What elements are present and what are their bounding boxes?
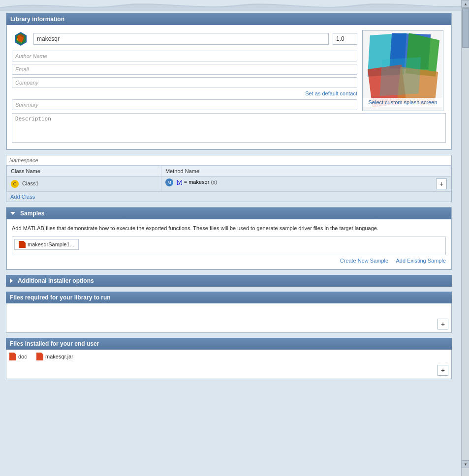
library-version-input[interactable] bbox=[333, 33, 357, 45]
library-info-section: Library information bbox=[6, 13, 452, 150]
col-method-header: Method Name bbox=[161, 166, 451, 177]
file-item-icon-jar bbox=[36, 353, 43, 360]
files-installed-body: doc makesqr.jar + bbox=[6, 350, 452, 379]
library-icon bbox=[12, 30, 30, 48]
class-icon: C bbox=[11, 180, 19, 188]
additional-installer-header[interactable]: Additional installer options bbox=[6, 275, 452, 287]
description-textarea[interactable] bbox=[12, 113, 446, 143]
files-required-body: + bbox=[6, 303, 452, 333]
create-new-sample-link[interactable]: Create New Sample bbox=[340, 258, 388, 264]
samples-links: Create New Sample Add Existing Sample bbox=[12, 257, 446, 264]
additional-installer-title: Additional installer options bbox=[18, 277, 94, 284]
files-required-section: Files required for your library to run + bbox=[6, 292, 452, 333]
files-installed-header: Files installed for your end user bbox=[6, 338, 452, 350]
samples-files-box: makesqrSample1... bbox=[12, 237, 446, 255]
sample-file-icon bbox=[19, 241, 26, 248]
set-default-link[interactable]: Set as default contact bbox=[12, 90, 357, 96]
add-method-button[interactable]: + bbox=[436, 178, 447, 189]
files-installed-section: Files installed for your end user doc ma… bbox=[6, 338, 452, 379]
add-existing-sample-link[interactable]: Add Existing Sample bbox=[396, 258, 446, 264]
namespace-section: Class Name Method Name C Class1 M [y bbox=[6, 155, 452, 202]
file-item-icon-doc bbox=[9, 353, 16, 360]
library-info-header: Library information bbox=[6, 13, 451, 25]
class-name-cell: C Class1 bbox=[7, 177, 161, 192]
samples-section: Samples Add MATLAB files that demonstrat… bbox=[6, 207, 452, 270]
method-icon: M bbox=[165, 178, 173, 186]
add-class-link[interactable]: Add Class bbox=[6, 192, 451, 202]
splash-screen-label[interactable]: Select custom splash screen bbox=[363, 98, 443, 107]
class-table: Class Name Method Name C Class1 M [y bbox=[6, 166, 451, 192]
col-class-header: Class Name bbox=[7, 166, 161, 177]
sample-file-tag: makesqrSample1... bbox=[14, 239, 79, 250]
files-required-title: Files required for your library to run bbox=[10, 294, 111, 301]
splash-screen-area[interactable]: Select custom splash screen bbox=[362, 30, 443, 111]
scroll-up-button[interactable]: ▲ bbox=[462, 0, 469, 8]
library-info-title: Library information bbox=[10, 16, 64, 23]
wavy-top bbox=[0, 0, 469, 11]
additional-installer-section: Additional installer options bbox=[6, 275, 452, 287]
files-installed-add-button[interactable]: + bbox=[438, 365, 448, 376]
email-input[interactable] bbox=[12, 64, 357, 75]
svg-marker-9 bbox=[380, 57, 421, 96]
files-required-header: Files required for your library to run bbox=[6, 292, 452, 303]
company-input[interactable] bbox=[12, 77, 357, 88]
files-installed-title: Files installed for your end user bbox=[10, 340, 99, 347]
list-item: doc bbox=[9, 353, 27, 360]
file-item-name-doc: doc bbox=[18, 354, 27, 359]
scrollbar-track: ▲ ▼ bbox=[461, 0, 469, 476]
samples-description: Add MATLAB files that demonstrate how to… bbox=[12, 224, 446, 233]
scrollbar-thumb[interactable] bbox=[462, 8, 469, 48]
additional-installer-expand-icon bbox=[10, 278, 13, 283]
sample-file-name: makesqrSample1... bbox=[28, 241, 74, 247]
samples-header: Samples bbox=[6, 208, 451, 219]
scroll-down-button[interactable]: ▼ bbox=[462, 460, 469, 468]
samples-title: Samples bbox=[20, 210, 44, 217]
namespace-input[interactable] bbox=[6, 155, 451, 166]
samples-collapse-icon[interactable] bbox=[10, 212, 15, 215]
author-input[interactable] bbox=[12, 51, 357, 61]
file-item-name-jar: makesqr.jar bbox=[45, 354, 73, 359]
files-required-add-button[interactable]: + bbox=[438, 319, 448, 329]
library-name-input[interactable] bbox=[33, 33, 329, 45]
table-row: C Class1 M [y] = makesqr (x) + bbox=[7, 177, 451, 192]
list-item: makesqr.jar bbox=[36, 353, 73, 360]
method-cell: M [y] = makesqr (x) + bbox=[161, 177, 451, 192]
summary-input[interactable] bbox=[12, 99, 357, 110]
